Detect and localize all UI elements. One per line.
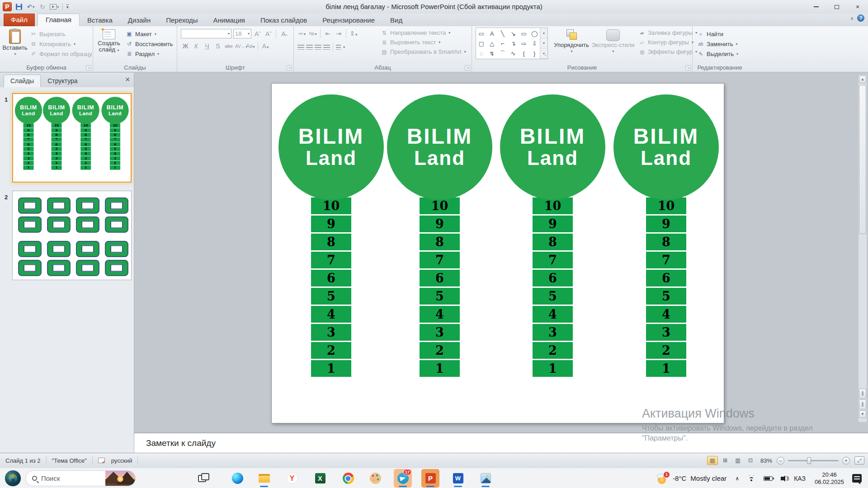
vertical-text-box-shape-icon[interactable]: A bbox=[490, 31, 494, 37]
score-cell-6[interactable]: 6 bbox=[311, 270, 351, 286]
find-button[interactable]: ⌕Найти bbox=[697, 29, 738, 39]
score-cell-10[interactable]: 10 bbox=[52, 123, 62, 128]
search-daily-image[interactable] bbox=[105, 470, 135, 486]
score-cell-6[interactable]: 6 bbox=[80, 142, 91, 147]
tab-slides[interactable]: Слайды bbox=[4, 75, 41, 87]
tab-показ-слайдов[interactable]: Показ слайдов bbox=[253, 14, 315, 26]
zoom-percentage[interactable]: 83% bbox=[760, 457, 772, 464]
score-cell-9[interactable]: 9 bbox=[80, 128, 91, 132]
slide-canvas[interactable]: 10987654321BILIMLand10987654321BILIMLand… bbox=[271, 83, 724, 423]
notes-pane[interactable]: Заметки к слайду bbox=[134, 432, 868, 453]
scroll-down-icon[interactable]: ▼ bbox=[859, 410, 866, 418]
close-button[interactable]: × bbox=[847, 0, 868, 14]
collapse-ribbon-icon[interactable]: ∧ bbox=[850, 16, 854, 21]
line-shape-icon[interactable]: ╲ bbox=[501, 31, 505, 37]
score-cell-3[interactable]: 3 bbox=[420, 324, 460, 341]
score-cell-3[interactable]: 3 bbox=[80, 156, 91, 161]
zoom-out-icon[interactable]: – bbox=[777, 457, 784, 465]
bilim-land-logo[interactable]: BILIMLand bbox=[101, 97, 128, 124]
copy-button[interactable]: ⧉Копировать▾ bbox=[30, 39, 92, 49]
shrink-font-button[interactable]: А˅ bbox=[264, 30, 273, 38]
clock[interactable]: 20:46 06.02.2025 bbox=[815, 471, 844, 486]
numbering-button[interactable]: №▾ bbox=[308, 31, 317, 36]
bilim-land-logo[interactable]: BILIMLand bbox=[72, 97, 99, 124]
previous-slide-button[interactable]: ∧∧ bbox=[859, 389, 866, 399]
new-slide-button[interactable]: Создатьслайд ▾ bbox=[96, 28, 122, 54]
decrease-indent-button[interactable]: ⇤ bbox=[323, 30, 332, 37]
score-cell-1[interactable]: 1 bbox=[533, 360, 573, 377]
scribble-shape-icon[interactable]: ↯ bbox=[490, 51, 495, 56]
taskbar-edge-icon[interactable] bbox=[228, 469, 246, 488]
redo-icon[interactable]: ↻ bbox=[38, 2, 47, 11]
score-cell-4[interactable]: 4 bbox=[533, 306, 573, 323]
help-icon[interactable]: ? bbox=[857, 14, 864, 22]
oval-shape-icon[interactable]: ◯ bbox=[531, 31, 538, 37]
tray-overflow-icon[interactable]: ∧ bbox=[735, 475, 739, 482]
slideshow-icon[interactable]: ▾ bbox=[50, 2, 59, 11]
score-cell-4[interactable]: 4 bbox=[80, 151, 91, 156]
score-cell-7[interactable]: 7 bbox=[52, 137, 62, 142]
align-text-button[interactable]: ≣Выровнять текст▾ bbox=[381, 38, 466, 47]
character-spacing-button[interactable]: AV↔▾ bbox=[235, 44, 244, 49]
clear-formatting-button[interactable]: A̶ bbox=[279, 30, 288, 38]
volume-icon[interactable] bbox=[781, 477, 785, 480]
spell-check-status[interactable] bbox=[93, 453, 110, 468]
score-cell-1[interactable]: 1 bbox=[110, 165, 120, 170]
score-cell-5[interactable]: 5 bbox=[52, 147, 62, 151]
score-cell-7[interactable]: 7 bbox=[311, 252, 351, 268]
tab-дизайн[interactable]: Дизайн bbox=[120, 14, 158, 26]
minimize-button[interactable] bbox=[806, 0, 826, 14]
score-cell-4[interactable]: 4 bbox=[311, 306, 351, 323]
bilim-land-logo[interactable]: BILIMLand bbox=[387, 94, 492, 200]
restore-button[interactable] bbox=[826, 0, 847, 14]
paragraph-dialog-launcher[interactable]: ↘ bbox=[465, 65, 470, 70]
shape-outline-button[interactable]: ▱Контур фигуры▾ bbox=[638, 38, 697, 47]
score-cell-6[interactable]: 6 bbox=[110, 142, 120, 147]
elbow-connector-shape-icon[interactable]: ⌐ bbox=[501, 41, 505, 47]
taskbar-excel-icon[interactable]: X bbox=[311, 469, 329, 488]
zoom-in-icon[interactable]: + bbox=[842, 457, 850, 465]
score-cell-10[interactable]: 10 bbox=[533, 197, 573, 214]
score-cell-1[interactable]: 1 bbox=[80, 165, 91, 170]
bold-button[interactable]: Ж bbox=[181, 42, 190, 50]
score-cell-9[interactable]: 9 bbox=[110, 128, 120, 132]
tab-главная[interactable]: Главная bbox=[38, 14, 80, 26]
grow-font-button[interactable]: А˄ bbox=[253, 30, 262, 38]
rectangle-shape-icon[interactable]: ▭ bbox=[521, 31, 527, 37]
score-cell-7[interactable]: 7 bbox=[80, 137, 91, 142]
score-cell-10[interactable]: 10 bbox=[311, 197, 351, 214]
score-cell-5[interactable]: 5 bbox=[80, 147, 91, 151]
zoom-slider-thumb[interactable] bbox=[807, 457, 811, 464]
columns-icon[interactable] bbox=[336, 45, 341, 50]
score-cell-8[interactable]: 8 bbox=[110, 133, 120, 137]
save-icon[interactable] bbox=[14, 2, 24, 11]
score-cell-3[interactable]: 3 bbox=[52, 156, 62, 161]
battery-icon[interactable] bbox=[764, 476, 773, 481]
score-cell-6[interactable]: 6 bbox=[23, 142, 33, 147]
taskbar-paint-icon[interactable] bbox=[366, 469, 384, 488]
bilim-land-logo[interactable]: BILIMLand bbox=[500, 94, 605, 200]
score-cell-5[interactable]: 5 bbox=[533, 288, 573, 305]
reading-view-icon[interactable]: ▥ bbox=[732, 456, 743, 465]
font-dialog-launcher[interactable]: ↘ bbox=[287, 65, 292, 70]
score-cell-4[interactable]: 4 bbox=[23, 151, 33, 156]
left-brace-shape-icon[interactable]: { bbox=[523, 51, 525, 56]
line-spacing-button[interactable]: ⇕▾ bbox=[349, 30, 358, 37]
score-cell-5[interactable]: 5 bbox=[110, 147, 120, 151]
customize-qat-icon[interactable]: ▾ bbox=[66, 5, 69, 9]
strikethrough-button[interactable]: abc bbox=[224, 43, 233, 49]
score-cell-6[interactable]: 6 bbox=[533, 270, 573, 286]
slide-2-thumbnail[interactable] bbox=[12, 191, 132, 280]
score-cell-9[interactable]: 9 bbox=[646, 216, 686, 232]
score-cell-2[interactable]: 2 bbox=[80, 161, 91, 165]
shapes-more-icon[interactable]: ▼̲ bbox=[540, 48, 547, 59]
tab-вставка[interactable]: Вставка bbox=[80, 14, 120, 26]
score-cell-8[interactable]: 8 bbox=[420, 234, 460, 250]
score-cell-4[interactable]: 4 bbox=[646, 306, 686, 323]
score-cell-4[interactable]: 4 bbox=[420, 306, 460, 323]
increase-indent-button[interactable]: ⇥ bbox=[334, 30, 343, 37]
tab-переходы[interactable]: Переходы bbox=[158, 14, 205, 26]
quick-styles-button[interactable]: Экспресс-стили▾ bbox=[590, 28, 636, 53]
wifi-icon[interactable] bbox=[747, 475, 755, 481]
score-cell-6[interactable]: 6 bbox=[52, 142, 62, 147]
